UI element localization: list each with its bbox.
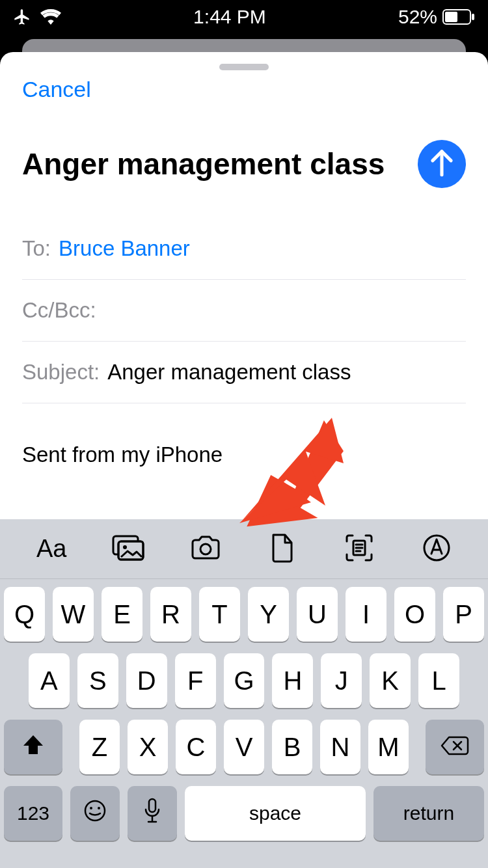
emoji-key[interactable]	[70, 786, 120, 841]
backspace-icon	[441, 733, 469, 762]
svg-rect-1	[445, 12, 457, 22]
attach-file-button[interactable]	[264, 531, 301, 567]
key-k[interactable]: K	[370, 653, 411, 708]
svg-point-12	[123, 545, 127, 549]
key-t[interactable]: T	[199, 587, 240, 642]
sheet-grabber[interactable]	[219, 64, 269, 70]
keyboard-row-3: ZXCVBNM	[4, 720, 484, 774]
format-button[interactable]: Aa	[33, 531, 70, 567]
markup-button[interactable]	[418, 531, 455, 567]
svg-point-23	[98, 807, 100, 809]
return-key[interactable]: return	[373, 786, 484, 841]
key-a[interactable]: A	[29, 653, 70, 708]
key-r[interactable]: R	[150, 587, 191, 642]
svg-point-13	[200, 544, 211, 554]
keyboard-toolbar: Aa	[0, 519, 488, 579]
photo-library-button[interactable]	[110, 531, 146, 567]
key-p[interactable]: P	[443, 587, 484, 642]
key-x[interactable]: X	[128, 720, 168, 774]
dictation-key[interactable]	[128, 786, 177, 841]
key-v[interactable]: V	[224, 720, 264, 774]
subject-label: Subject:	[22, 360, 100, 385]
svg-point-22	[90, 807, 92, 809]
key-o[interactable]: O	[394, 587, 435, 642]
subject-value[interactable]: Anger management class	[107, 360, 351, 385]
ccbcc-field[interactable]: Cc/Bcc:	[22, 280, 466, 342]
markup-icon	[422, 534, 451, 565]
compose-title: Anger management class	[22, 146, 385, 182]
svg-point-21	[85, 801, 105, 821]
key-w[interactable]: W	[53, 587, 94, 642]
send-button[interactable]	[418, 140, 466, 188]
key-h[interactable]: H	[272, 653, 313, 708]
key-g[interactable]: G	[224, 653, 265, 708]
key-s[interactable]: S	[77, 653, 118, 708]
camera-button[interactable]	[187, 531, 224, 567]
backspace-key[interactable]	[426, 720, 484, 774]
keyboard-row-4: 123 space return	[4, 786, 484, 841]
to-recipient[interactable]: Bruce Banner	[59, 236, 190, 261]
microphone-icon	[144, 798, 161, 830]
document-icon	[270, 533, 295, 565]
airplane-mode-icon	[13, 8, 31, 26]
cancel-button[interactable]: Cancel	[22, 77, 91, 102]
emoji-icon	[83, 799, 107, 828]
battery-percent: 52%	[398, 6, 437, 28]
key-i[interactable]: I	[346, 587, 386, 642]
key-b[interactable]: B	[272, 720, 312, 774]
battery-icon	[442, 9, 475, 25]
subject-field[interactable]: Subject: Anger management class	[22, 342, 466, 403]
space-key[interactable]: space	[185, 786, 366, 841]
svg-rect-2	[472, 14, 474, 20]
key-z[interactable]: Z	[79, 720, 120, 774]
email-body[interactable]: Sent from my iPhone	[22, 442, 466, 467]
key-j[interactable]: J	[321, 653, 362, 708]
key-n[interactable]: N	[320, 720, 360, 774]
camera-icon	[190, 535, 221, 563]
to-label: To:	[22, 236, 51, 261]
compose-sheet: Cancel Anger management class To: Bruce …	[0, 52, 488, 519]
status-bar: 1:44 PM 52%	[0, 0, 488, 34]
key-d[interactable]: D	[126, 653, 167, 708]
key-f[interactable]: F	[175, 653, 216, 708]
keyboard-row-2: ASDFGHJKL	[4, 653, 484, 708]
status-time: 1:44 PM	[193, 6, 266, 28]
key-u[interactable]: U	[297, 587, 338, 642]
ccbcc-label: Cc/Bcc:	[22, 298, 96, 323]
key-c[interactable]: C	[176, 720, 216, 774]
arrow-up-icon	[429, 148, 454, 180]
signature-line: Sent from my iPhone	[22, 442, 466, 467]
key-l[interactable]: L	[418, 653, 459, 708]
shift-icon	[21, 733, 45, 762]
shift-key[interactable]	[4, 720, 62, 774]
scan-document-button[interactable]	[341, 531, 377, 567]
to-field[interactable]: To: Bruce Banner	[22, 218, 466, 280]
keyboard: QWERTYUIOP ASDFGHJKL ZXCVBNM 123	[0, 579, 488, 868]
keyboard-row-1: QWERTYUIOP	[4, 587, 484, 642]
wifi-icon	[40, 9, 61, 25]
key-e[interactable]: E	[102, 587, 142, 642]
key-y[interactable]: Y	[248, 587, 289, 642]
svg-rect-24	[149, 799, 156, 812]
key-q[interactable]: Q	[4, 587, 45, 642]
photos-icon	[112, 535, 144, 563]
key-m[interactable]: M	[368, 720, 409, 774]
numbers-key[interactable]: 123	[4, 786, 62, 841]
scan-icon	[345, 534, 373, 565]
